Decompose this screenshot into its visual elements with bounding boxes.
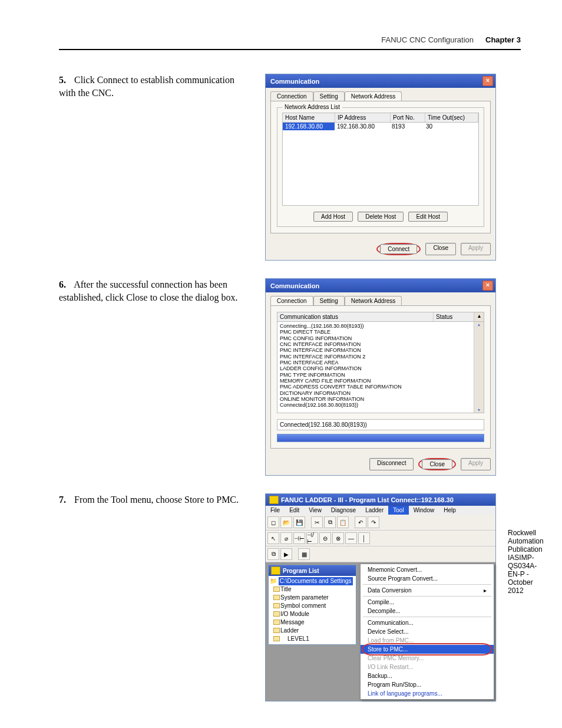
- paste-icon[interactable]: 📋: [337, 516, 349, 528]
- close-icon[interactable]: ×: [482, 281, 493, 291]
- tree-item-level1[interactable]: LEVEL1: [270, 635, 355, 643]
- tab-setting[interactable]: Setting: [313, 296, 345, 305]
- coil-icon[interactable]: ⊗: [332, 532, 344, 544]
- col-status[interactable]: Status: [434, 312, 474, 321]
- menu-item-data-conversion[interactable]: Data Conversion: [361, 586, 494, 595]
- menu-item-label: Store to PMC...: [368, 646, 408, 653]
- menu-item-communication[interactable]: Communication...: [361, 618, 494, 627]
- menu-item-backup[interactable]: Backup...: [361, 671, 494, 680]
- dialog1-title: Communication: [270, 78, 319, 85]
- step6-num: 6.: [59, 278, 72, 291]
- menu-item-device-select[interactable]: Device Select...: [361, 627, 494, 636]
- line-icon[interactable]: —: [345, 532, 357, 544]
- add-host-button[interactable]: Add Host: [313, 212, 353, 222]
- cut-icon[interactable]: ✂: [311, 516, 323, 528]
- status-list-header: Communication status Status ▴: [277, 312, 484, 322]
- status-list[interactable]: Connecting...(192.168.30.80(8193)) PMC D…: [277, 322, 484, 413]
- edit-host-button[interactable]: Edit Host: [408, 212, 448, 222]
- connect-button[interactable]: Connect: [380, 244, 417, 254]
- address-list[interactable]: 192.168.30.80 192.168.30.80 8193 30: [282, 123, 479, 206]
- line-icon[interactable]: │: [358, 532, 370, 544]
- address-list-header: Host Name IP Address Port No. Time Out(s…: [282, 113, 479, 123]
- col-hostname[interactable]: Host Name: [283, 113, 335, 122]
- toolbar-2: ↖ ⌀ ⊣⊢ ⊣/⊢ ⊖ ⊗ — │: [266, 531, 495, 546]
- tool-icon[interactable]: ▦: [298, 548, 310, 560]
- tool-icon[interactable]: ⧉: [267, 548, 279, 560]
- close-icon[interactable]: ×: [482, 76, 493, 86]
- col-timeout[interactable]: Time Out(sec): [425, 113, 478, 122]
- header-section: FANUC CNC Configuration: [381, 35, 474, 44]
- coil-icon[interactable]: ⊖: [319, 532, 331, 544]
- save-icon[interactable]: 💾: [293, 516, 305, 528]
- tab-network-address[interactable]: Network Address: [345, 91, 402, 101]
- undo-icon[interactable]: ↶: [355, 516, 366, 528]
- tool-icon[interactable]: ↖: [267, 532, 279, 544]
- col-comm-status[interactable]: Communication status: [277, 312, 434, 321]
- tool-icon[interactable]: ⌀: [280, 532, 292, 544]
- highlight-ellipse: Close: [418, 458, 456, 470]
- status-line: CNC INTERFACE INFORMATION: [280, 341, 473, 347]
- toolbar-3: ⧉ ▶ ▦: [266, 546, 495, 562]
- copy-icon[interactable]: ⧉: [324, 516, 336, 528]
- tree-item-symbol-comment[interactable]: Symbol comment: [270, 602, 355, 610]
- menu-diagnose[interactable]: Diagnose: [326, 506, 361, 515]
- step7-num: 7.: [59, 493, 72, 506]
- tree-item-io-module[interactable]: I/O Module: [270, 610, 355, 618]
- apply-button: Apply: [461, 243, 491, 255]
- menu-view[interactable]: View: [304, 506, 326, 515]
- contact-nc-icon[interactable]: ⊣/⊢: [306, 532, 318, 544]
- close-button[interactable]: Close: [422, 459, 452, 469]
- tab-connection[interactable]: Connection: [270, 296, 313, 305]
- tab-network-address[interactable]: Network Address: [345, 296, 402, 305]
- status-line: PMC CONFIG INFORMATION: [280, 335, 473, 341]
- menu-item-decompile[interactable]: Decompile...: [361, 607, 494, 615]
- row-ip: 192.168.30.80: [335, 123, 389, 130]
- header-chapter: Chapter 3: [485, 35, 521, 44]
- menu-bar[interactable]: File Edit View Diagnose Ladder Tool Wind…: [266, 506, 495, 515]
- menu-item-source-program-convert[interactable]: Source Program Convert...: [361, 574, 494, 583]
- status-line: PMC INTERFACE INFORMATION 2: [280, 354, 473, 360]
- delete-host-button[interactable]: Delete Host: [358, 212, 404, 222]
- app-icon: [269, 496, 279, 504]
- status-line: Connected(192.168.30.80(8193)): [280, 402, 473, 408]
- tab-setting[interactable]: Setting: [313, 91, 345, 101]
- menu-edit[interactable]: Edit: [285, 506, 304, 515]
- tree-item-message[interactable]: Message: [270, 618, 355, 627]
- tree-item-ladder[interactable]: Ladder: [270, 627, 355, 635]
- panel-icon: [271, 566, 280, 575]
- menu-help[interactable]: Help: [439, 506, 461, 515]
- status-line: PMC INTERFACE INFORMATION: [280, 347, 473, 353]
- contact-no-icon[interactable]: ⊣⊢: [293, 532, 305, 544]
- menu-item-mnemonic-convert[interactable]: Mnemonic Convert...: [361, 565, 494, 574]
- col-port[interactable]: Port No.: [391, 113, 425, 122]
- tree-item-title[interactable]: Title: [270, 585, 355, 594]
- close-button[interactable]: Close: [425, 243, 456, 255]
- tab-connection[interactable]: Connection: [270, 91, 313, 101]
- menu-item-program-run-stop[interactable]: Program Run/Stop...: [361, 680, 494, 689]
- menu-item-link-language-programs[interactable]: Link of language programs...: [361, 689, 494, 698]
- redo-icon[interactable]: ↷: [368, 516, 379, 528]
- program-tree[interactable]: 📁 C:\Documents and Settings Title System…: [269, 576, 356, 644]
- footer-publication: Rockwell Automation Publication IASIMP-Q…: [508, 529, 544, 595]
- tree-root[interactable]: C:\Documents and Settings: [279, 577, 353, 585]
- disconnect-button[interactable]: Disconnect: [369, 458, 414, 470]
- menu-item-store-to-pmc[interactable]: Store to PMC...: [361, 645, 494, 654]
- tree-item-system-parameter[interactable]: System parameter: [270, 594, 355, 602]
- new-icon[interactable]: ◻: [267, 516, 279, 528]
- open-icon[interactable]: 📂: [280, 516, 292, 528]
- folder-icon: 📁: [270, 578, 277, 584]
- scrollbar[interactable]: ▴▾: [474, 322, 484, 413]
- list-row[interactable]: 192.168.30.80 192.168.30.80 8193 30: [283, 123, 478, 130]
- tool-icon[interactable]: ▶: [280, 548, 292, 560]
- col-ip[interactable]: IP Address: [335, 113, 391, 122]
- menu-ladder[interactable]: Ladder: [361, 506, 388, 515]
- menu-window[interactable]: Window: [409, 506, 439, 515]
- status-line: ONLINE MONITOR INFORMATION: [280, 396, 473, 402]
- status-line: PMC INTERFACE AREA: [280, 360, 473, 365]
- row-timeout: 30: [424, 123, 478, 130]
- menu-item-compile[interactable]: Compile...: [361, 598, 494, 607]
- connected-field: Connected(192.168.30.80(8193)): [277, 419, 484, 430]
- menu-tool[interactable]: Tool: [388, 506, 408, 515]
- menu-file[interactable]: File: [266, 506, 285, 515]
- scroll-up-icon[interactable]: ▴: [474, 312, 484, 321]
